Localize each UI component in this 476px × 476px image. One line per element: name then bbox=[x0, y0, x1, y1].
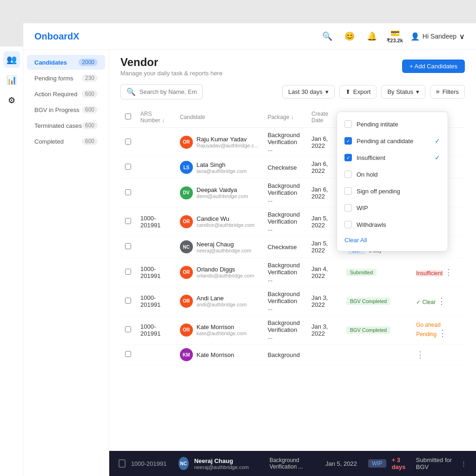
avatar: OR bbox=[180, 215, 193, 228]
status-badge: BGV Completed bbox=[346, 298, 390, 305]
nav-pending-forms[interactable]: Pending forms 230 bbox=[27, 71, 105, 86]
status-badge: Submitted bbox=[346, 269, 377, 276]
chevron-down-icon: ▾ bbox=[416, 88, 419, 95]
filter-checkbox[interactable] bbox=[344, 120, 352, 128]
select-all-checkbox[interactable] bbox=[125, 113, 131, 119]
chevron-down-icon: ▾ bbox=[325, 88, 329, 95]
filter-option-pending-initiate[interactable]: Pending intitate bbox=[337, 116, 448, 132]
row-checkbox[interactable] bbox=[125, 351, 131, 357]
filter-option-withdrawls[interactable]: Withdrawls bbox=[337, 216, 448, 233]
row-checkbox[interactable] bbox=[125, 218, 131, 224]
nav-terminated[interactable]: Terminated cases 600 bbox=[27, 118, 105, 133]
action-menu-button[interactable]: ⋮ bbox=[444, 268, 453, 277]
clear-all-button[interactable]: Clear All bbox=[337, 233, 448, 247]
candidate-cell: DV Deepak Vaidya demi@authbridge.com bbox=[180, 186, 258, 199]
row-checkbox[interactable] bbox=[125, 298, 131, 304]
main-panel: Vendor Manage your daily task & reports … bbox=[109, 63, 461, 413]
action-status: ✓ Clear bbox=[416, 299, 436, 305]
action-menu-button[interactable]: ⋮ bbox=[416, 350, 424, 359]
app-sidebar: 👥 📊 ⚙ bbox=[15, 63, 23, 413]
table-row: 1000-201991 OR Andi Lane andi@authbridge… bbox=[120, 287, 461, 316]
action-menu-button[interactable]: ⋮ bbox=[437, 297, 446, 306]
table-row: 1000-201991 OR Orlando Diggs orlando@aut… bbox=[120, 258, 461, 287]
toolbar: 🔍 Last 30 days ▾ ⬆ Export By Status ▾ bbox=[120, 84, 461, 99]
nav-bgv-progress[interactable]: BGV in Progress 600 bbox=[27, 102, 105, 117]
filter-checkbox[interactable]: ✓ bbox=[344, 137, 352, 145]
row-checkbox[interactable] bbox=[125, 269, 131, 275]
filter-checkbox[interactable]: ✓ bbox=[344, 154, 352, 161]
action-status: Insufficient bbox=[416, 270, 443, 277]
row-checkbox[interactable] bbox=[125, 164, 131, 170]
col-package: Package ↓ bbox=[263, 107, 307, 128]
avatar: OR bbox=[180, 324, 193, 337]
filter-checkbox[interactable] bbox=[344, 171, 352, 178]
row-checkbox[interactable] bbox=[125, 243, 131, 249]
add-candidates-button[interactable]: + Add Candidates bbox=[402, 63, 461, 73]
candidate-cell: OR Candice Wu candice@authbridge.com bbox=[180, 215, 258, 228]
filter-dropdown: Pending intitate ✓ Pending at candidate … bbox=[337, 112, 448, 251]
nav-action-required[interactable]: Action Required 600 bbox=[27, 86, 105, 101]
filter-checkbox[interactable] bbox=[344, 204, 352, 212]
candidate-cell: LS Lata Singh lana@authbridge.com bbox=[180, 161, 258, 174]
left-nav: Candidates 2000 Pending forms 230 Action… bbox=[23, 63, 109, 413]
search-icon: 🔍 bbox=[126, 87, 136, 96]
action-menu-button[interactable]: ⋮ bbox=[438, 329, 447, 338]
filter-checkbox[interactable] bbox=[344, 221, 352, 228]
avatar: OR bbox=[180, 266, 193, 279]
filter-option-onhold[interactable]: On hold bbox=[337, 166, 448, 183]
table-row: KM Kate Morrison Background ⋮ bbox=[120, 344, 461, 365]
nav-completed[interactable]: Completed 600 bbox=[27, 134, 105, 149]
nav-icon-settings[interactable]: ⚙ bbox=[15, 92, 20, 109]
filter-option-pending-candidate[interactable]: ✓ Pending at candidate ✓ bbox=[337, 132, 448, 149]
avatar: DV bbox=[180, 186, 193, 199]
search-box[interactable]: 🔍 bbox=[120, 84, 203, 99]
col-ars: ARS Number ↓ bbox=[136, 107, 175, 128]
nav-icon-chart[interactable]: 📊 bbox=[15, 72, 20, 88]
page-header: Vendor Manage your daily task & reports … bbox=[120, 63, 461, 77]
candidate-cell: NC Neeraj Chaug neeraj@authbridge.com bbox=[180, 240, 258, 253]
candidate-cell: KM Kate Morrison bbox=[180, 348, 258, 361]
avatar: OR bbox=[180, 295, 193, 308]
filter-icon: ≡ bbox=[436, 88, 440, 95]
action-status: Go ahead Pending bbox=[416, 322, 441, 337]
candidate-cell: OR Andi Lane andi@authbridge.com bbox=[180, 295, 258, 308]
candidate-cell: OR Orlando Diggs orlando@authbridge.com bbox=[180, 266, 258, 279]
col-candidate: Candidate bbox=[175, 107, 263, 128]
status-filter-button[interactable]: By Status ▾ bbox=[381, 85, 425, 99]
avatar: LS bbox=[180, 161, 193, 174]
avatar: OR bbox=[180, 136, 193, 149]
status-badge: BGV Completed bbox=[346, 326, 390, 334]
candidate-cell: OR Kate Morrison kate@authbridge.com bbox=[180, 324, 258, 337]
checkmark-icon: ✓ bbox=[435, 154, 440, 161]
filter-checkbox[interactable] bbox=[344, 187, 352, 195]
avatar: KM bbox=[180, 348, 193, 361]
row-checkbox[interactable] bbox=[125, 139, 131, 145]
filters-button[interactable]: ≡ Filters bbox=[430, 85, 461, 99]
checkmark-icon: ✓ bbox=[435, 137, 440, 145]
export-icon: ⬆ bbox=[345, 88, 350, 95]
candidate-cell: OR Raju Kumar Yadav Rajuyadav@authbridge… bbox=[180, 136, 258, 149]
row-checkbox[interactable] bbox=[125, 326, 131, 332]
nav-candidates[interactable]: Candidates 2000 bbox=[27, 63, 105, 70]
export-button[interactable]: ⬆ Export bbox=[339, 85, 377, 99]
search-input[interactable] bbox=[139, 88, 197, 95]
table-row: 1000-201991 OR Kate Morrison kate@authbr… bbox=[120, 316, 461, 344]
page-title: Vendor bbox=[120, 63, 223, 69]
page-subtitle: Manage your daily task & reports here bbox=[120, 70, 223, 77]
avatar: NC bbox=[180, 240, 193, 253]
row-checkbox[interactable] bbox=[125, 189, 131, 195]
app-container: OnboardX 🔍 😊 🔔 💳 ₹23.2k 👤 Hi Sandeep ∨ 👥… bbox=[15, 88, 461, 413]
filter-option-insufficient[interactable]: ✓ Insufficient ✓ bbox=[337, 149, 448, 166]
date-filter-button[interactable]: Last 30 days ▾ bbox=[282, 85, 335, 99]
filter-option-signoff[interactable]: Sign off pending bbox=[337, 183, 448, 199]
nav-icon-people[interactable]: 👥 bbox=[15, 63, 20, 68]
filter-option-wip[interactable]: WIP bbox=[337, 199, 448, 216]
browser-window: ‹ › 🛡 ↻ ⬇ ⬆ + ⧉ OnboardX 🔍 😊 🔔 💳 ₹23 bbox=[15, 63, 461, 413]
